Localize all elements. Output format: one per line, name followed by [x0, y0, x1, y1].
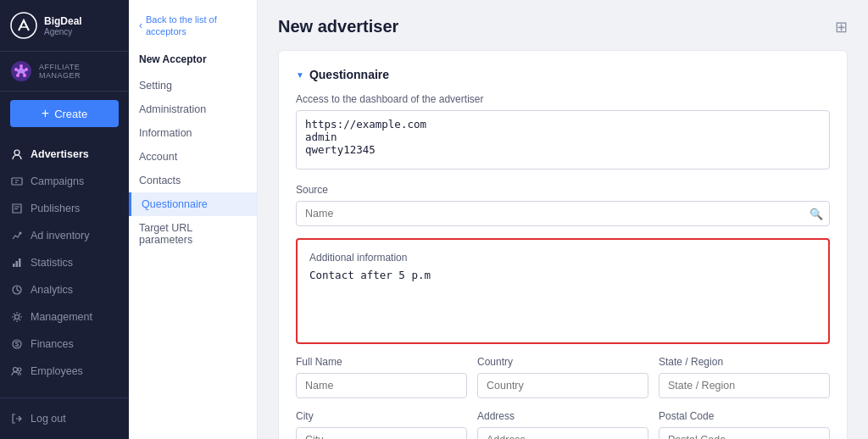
- create-button[interactable]: + Create: [10, 100, 119, 127]
- back-arrow-icon: ‹: [139, 19, 142, 31]
- logout-icon: [10, 412, 24, 425]
- questionnaire-card: ▼ Questionnaire Access to the dashboard …: [278, 50, 848, 439]
- management-icon: [10, 310, 24, 324]
- sub-nav-account[interactable]: Account: [129, 145, 257, 169]
- svg-point-7: [14, 150, 19, 155]
- sub-nav-setting[interactable]: Setting: [129, 74, 257, 97]
- additional-info-label: Additional information: [309, 252, 816, 264]
- postal-col: Postal Code: [659, 410, 830, 439]
- full-name-input[interactable]: [296, 373, 467, 398]
- section-title: Questionnaire: [309, 68, 389, 81]
- nav-label-ad-inventory: Ad inventory: [31, 230, 89, 242]
- country-col: Country: [477, 356, 648, 398]
- statistics-icon: [10, 256, 24, 270]
- source-group: Source 🔍: [296, 184, 830, 226]
- nav-label-advertisers: Advertisers: [31, 148, 89, 160]
- svg-point-17: [18, 368, 21, 371]
- nav-label-management: Management: [31, 311, 92, 323]
- nav-item-publishers[interactable]: Publishers: [0, 195, 129, 222]
- create-label: Create: [54, 108, 87, 120]
- ad-inventory-icon: [10, 229, 24, 242]
- city-col: City: [296, 410, 467, 439]
- main-sidebar: BigDeal Agency AFFILIATE MANAGER + Creat…: [0, 0, 129, 439]
- full-name-label: Full Name: [296, 356, 467, 368]
- nav-item-analytics[interactable]: Analytics: [0, 276, 129, 303]
- page-header: New advertiser ⊞: [278, 17, 848, 36]
- svg-rect-11: [16, 261, 19, 267]
- publishers-icon: [10, 202, 24, 215]
- city-address-postal-row: City Address Postal Code: [296, 410, 830, 439]
- additional-info-section: Additional information Contact after 5 p…: [296, 238, 830, 344]
- nav-label-employees: Employees: [31, 365, 83, 377]
- sub-nav-information[interactable]: Information: [129, 121, 257, 145]
- source-input-wrapper: 🔍: [296, 201, 830, 226]
- nav-label-analytics: Analytics: [31, 284, 73, 296]
- affiliate-label: AFFILIATE MANAGER: [39, 63, 119, 80]
- state-col: State / Region: [659, 356, 830, 398]
- svg-point-3: [25, 68, 28, 71]
- svg-rect-8: [12, 178, 22, 185]
- back-button[interactable]: ‹ Back to the list of acceptors: [129, 7, 257, 45]
- nav-label-finances: Finances: [31, 338, 74, 350]
- postal-label: Postal Code: [659, 410, 830, 422]
- svg-rect-12: [19, 258, 21, 267]
- logout-button[interactable]: Log out: [10, 407, 119, 431]
- affiliate-icon: [10, 60, 32, 82]
- svg-point-16: [14, 368, 18, 372]
- back-label: Back to the list of acceptors: [146, 14, 247, 38]
- source-label: Source: [296, 184, 830, 196]
- svg-point-6: [14, 68, 18, 71]
- sub-nav-contacts[interactable]: Contacts: [129, 169, 257, 192]
- country-input[interactable]: [477, 373, 648, 398]
- dashboard-label: Access to the dashboard of the advertise…: [296, 93, 830, 105]
- name-country-state-row: Full Name Country State / Region: [296, 356, 830, 398]
- nav-item-statistics[interactable]: Statistics: [0, 249, 129, 276]
- address-label: Address: [477, 410, 648, 422]
- city-input[interactable]: [296, 427, 467, 439]
- page-title: New advertiser: [278, 17, 398, 36]
- state-input[interactable]: [659, 373, 830, 398]
- logout-label: Log out: [31, 413, 66, 425]
- advertisers-icon: [10, 147, 24, 161]
- svg-point-5: [16, 74, 19, 77]
- employees-icon: [10, 364, 24, 378]
- logo-icon: [10, 12, 37, 39]
- dashboard-group: Access to the dashboard of the advertise…: [296, 93, 830, 172]
- source-input[interactable]: [296, 201, 830, 226]
- nav-items: Advertisers Campaigns Publishers Ad inve…: [0, 136, 129, 397]
- svg-point-0: [11, 13, 36, 38]
- postal-input[interactable]: [659, 427, 830, 439]
- sub-sidebar: ‹ Back to the list of acceptors New Acce…: [129, 0, 258, 439]
- nav-item-finances[interactable]: Finances: [0, 331, 129, 358]
- sub-nav-administration[interactable]: Administration: [129, 97, 257, 121]
- country-label: Country: [477, 356, 648, 368]
- sub-sidebar-title: New Acceptor: [129, 50, 257, 74]
- print-icon[interactable]: ⊞: [835, 18, 848, 36]
- nav-label-publishers: Publishers: [31, 203, 80, 214]
- source-search-icon[interactable]: 🔍: [810, 208, 823, 220]
- create-plus-icon: +: [42, 106, 49, 121]
- sub-nav-questionnaire[interactable]: Questionnaire: [129, 192, 257, 216]
- finances-icon: [10, 337, 24, 351]
- city-label: City: [296, 410, 467, 422]
- nav-item-ad-inventory[interactable]: Ad inventory: [0, 222, 129, 249]
- sub-nav-target-url[interactable]: Target URL parameters: [129, 216, 257, 252]
- logout-area: Log out: [0, 397, 129, 439]
- nav-item-campaigns[interactable]: Campaigns: [0, 168, 129, 195]
- address-input[interactable]: [477, 427, 648, 439]
- svg-point-9: [19, 232, 22, 235]
- analytics-icon: [10, 283, 24, 297]
- nav-label-campaigns: Campaigns: [31, 175, 84, 187]
- full-name-col: Full Name: [296, 356, 467, 398]
- additional-info-textarea[interactable]: Contact after 5 p.m: [309, 269, 816, 328]
- nav-item-advertisers[interactable]: Advertisers: [0, 141, 129, 168]
- nav-label-statistics: Statistics: [31, 257, 73, 269]
- section-toggle-icon[interactable]: ▼: [296, 70, 304, 80]
- nav-item-employees[interactable]: Employees: [0, 358, 129, 385]
- svg-point-4: [23, 74, 26, 77]
- svg-point-2: [19, 64, 23, 68]
- address-col: Address: [477, 410, 648, 439]
- nav-item-management[interactable]: Management: [0, 303, 129, 331]
- state-label: State / Region: [659, 356, 830, 368]
- dashboard-textarea[interactable]: https://example.com admin qwerty12345: [296, 110, 830, 169]
